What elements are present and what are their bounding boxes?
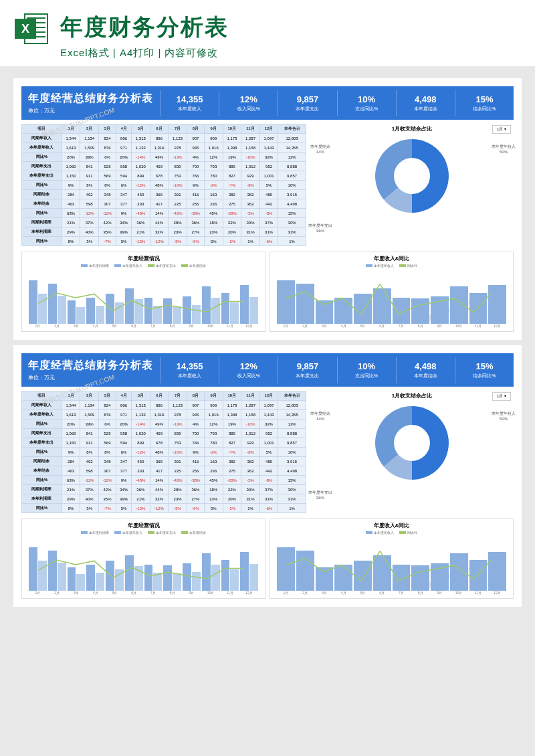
cell: 21% (62, 485, 80, 494)
cell: 1,509 (80, 143, 99, 153)
month-select[interactable]: 1月 ▾ (492, 125, 511, 134)
cell: 492 (80, 457, 99, 466)
cell: 307 (98, 199, 116, 209)
cell: 459 (150, 162, 169, 171)
cell: 909 (204, 134, 223, 143)
table-row: 同期利润率21%37%42%34%36%44%28%36%18%22%30%37… (22, 485, 306, 494)
bar-group (411, 298, 429, 324)
cell: 1% (241, 504, 260, 513)
cell: 827 (223, 438, 241, 448)
cell: 233 (132, 466, 150, 476)
cell: 3% (80, 504, 99, 513)
table-row: 同比%9%8%8%6%-12%48%-10%9%-2%-7%-8%5%10% (22, 181, 306, 190)
th-month: 1月 (62, 124, 80, 134)
cell: 10% (278, 181, 306, 190)
cell: 382 (223, 457, 241, 466)
cell: -5% (169, 237, 187, 246)
x-label: 2月 (48, 591, 66, 595)
legend-item: 本年度年支出 (148, 264, 176, 268)
legend-item: 本年度年收入 (114, 264, 142, 268)
table-row: 同期年支出1,0608415255581,0204598397007938891… (22, 162, 306, 171)
cell: 6% (116, 448, 132, 457)
cell: -28% (223, 476, 241, 485)
kpi-3: 10%支出同比% (337, 357, 396, 383)
cell: -12% (80, 209, 99, 218)
bar-group (277, 280, 295, 324)
cell: 23% (204, 227, 223, 237)
bar-group (221, 560, 239, 591)
cell: 1,097 (259, 401, 278, 410)
cell: 1,001 (259, 438, 278, 448)
bar-group (296, 284, 314, 324)
table-row: 本年结余463598307377233417225256236275362442… (22, 199, 306, 209)
bar-group (86, 298, 104, 324)
cell: -42% (169, 209, 187, 218)
cell: 678 (150, 171, 169, 181)
x-label: 6月 (125, 591, 143, 595)
cell: 678 (150, 438, 169, 448)
x-label: 11月 (221, 591, 239, 595)
month-select[interactable]: 1月 ▾ (492, 392, 511, 401)
cell: 442 (259, 466, 278, 476)
x-label: 4月 (86, 591, 104, 595)
th-month: 12月 (259, 391, 278, 401)
cell: 1,344 (62, 134, 80, 143)
sheet-1: 熊猫办公 TUKUPPT.COM 熊猫办公 TUKUPPT.COM 年度经营总结… (13, 78, 522, 340)
bar-group (48, 284, 66, 324)
cell: 1,613 (62, 143, 80, 153)
th-month: 11月 (241, 391, 260, 401)
cell: 700 (187, 162, 204, 171)
blue-header: 年度经营总结财务分析表单位：万元 14,355本年度收入12%收入同比%9,85… (21, 86, 514, 120)
cell: -15% (132, 237, 150, 246)
cell: -38% (187, 209, 204, 218)
cell: 569 (98, 171, 116, 181)
cell: -12% (98, 209, 116, 218)
cell: 886 (150, 134, 169, 143)
row-name: 同期结余 (22, 457, 62, 466)
cell: 20% (62, 153, 80, 162)
cell: 20% (116, 153, 132, 162)
cell: 907 (187, 134, 204, 143)
cell: 4% (187, 153, 204, 162)
cell: 1,060 (62, 429, 80, 438)
cell: -7% (223, 448, 241, 457)
bar-group (411, 565, 429, 591)
legend-item: 本年度年支出 (148, 531, 176, 535)
cell: -12% (98, 476, 116, 485)
cell: 886 (150, 401, 169, 410)
cell: 31% (259, 494, 278, 504)
cell: -13% (169, 153, 187, 162)
cell: 841 (80, 162, 99, 171)
kpi-5: 15%结余同比% (455, 357, 514, 383)
cell: 1,001 (259, 171, 278, 181)
table-row: 本年度年支出1,15091156959489967875376678082792… (22, 171, 306, 181)
cell: 416 (187, 457, 204, 466)
table-row: 本年度年支出1,15091156959489967875376678082792… (22, 438, 306, 448)
cell: 492 (80, 190, 99, 199)
cell: 27% (187, 227, 204, 237)
th-item: 项目 (22, 391, 62, 401)
x-label: 5月 (354, 591, 372, 595)
cell: 1,012 (241, 162, 260, 171)
cell: 42% (98, 218, 116, 227)
cell: 450 (132, 457, 150, 466)
cell: 12% (204, 419, 223, 429)
kpi-2: 9,857本年度支出 (278, 357, 336, 383)
donut-chart: 1月收支结余占比 1月 ▾ 本年度年收入50%本年度结余14%本年度年支出36% (310, 391, 514, 513)
cell: 37% (259, 218, 278, 227)
x-label: 1月 (277, 324, 295, 328)
bar-group (221, 293, 239, 324)
x-label: 2月 (296, 591, 314, 595)
cell: 8% (62, 504, 80, 513)
th-month: 9月 (204, 124, 223, 134)
cell: 1,016 (204, 410, 223, 419)
row-name: 同比% (22, 476, 62, 485)
bar-group (373, 288, 391, 324)
page-subtitle: Excel格式 | A4打印 | 内容可修改 (60, 47, 520, 60)
legend-item: 本年度结余 (181, 531, 206, 535)
cell: 284 (62, 457, 80, 466)
unit-label: 单位：万元 (28, 107, 153, 114)
bar-group (393, 565, 411, 591)
x-label: 8月 (411, 591, 429, 595)
row-name: 同期年支出 (22, 429, 62, 438)
